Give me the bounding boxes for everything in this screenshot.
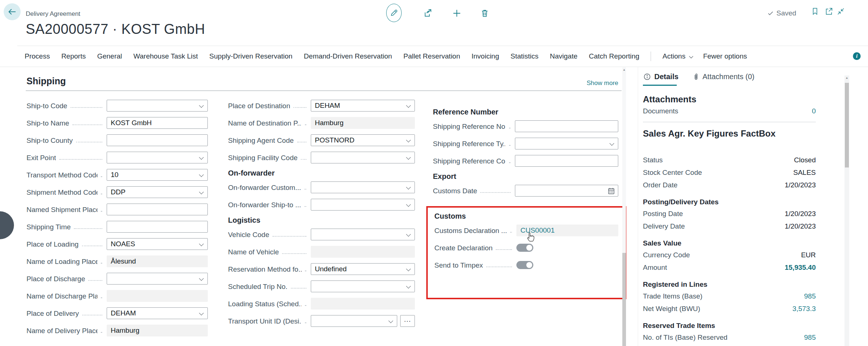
floating-action-circle[interactable]: [0, 211, 14, 239]
shipping-agent-code-combo[interactable]: POSTNORD: [311, 134, 415, 146]
create-declaration-toggle[interactable]: [516, 244, 533, 252]
menu-item-invoicing[interactable]: Invoicing: [472, 52, 499, 60]
shipping-reference-co-input[interactable]: [515, 155, 618, 167]
menu-item-actions[interactable]: Actions: [662, 52, 691, 60]
chevron-down-icon: [406, 284, 411, 289]
edit-button[interactable]: [386, 4, 402, 22]
factbox-value-delivery-date: 1/20/2023: [785, 222, 816, 230]
field-row-place-of-discharge: Place of Discharge: [26, 273, 208, 285]
factbox-row-status: StatusClosed: [643, 154, 816, 166]
field-row-shipping-reference-no: Shipping Reference No.: [433, 120, 618, 132]
ship-to-county-input[interactable]: [107, 134, 208, 146]
sidebar-divider: [643, 122, 816, 122]
place-of-loading-combo[interactable]: NOAES: [107, 238, 208, 250]
calendar-icon[interactable]: [608, 187, 615, 195]
bookmark-button[interactable]: [811, 7, 819, 16]
mouse-cursor-hand: [525, 231, 536, 244]
attachments-heading: Attachments: [643, 94, 816, 105]
tab-details[interactable]: Details: [643, 73, 679, 81]
menu-item-catch-reporting[interactable]: Catch Reporting: [589, 52, 639, 60]
add-button[interactable]: [452, 8, 462, 18]
field-row-place-of-destination: Place of DestinationDEHAM: [228, 100, 415, 112]
field-row-reservation-method-fo: Reservation Method fo...Undefined: [228, 263, 415, 275]
factbox-value-status: Closed: [794, 156, 816, 164]
chevron-down-icon: [406, 155, 411, 160]
sidebar-scrollbar-thumb[interactable]: [845, 83, 849, 167]
sidebar-scrollbar[interactable]: ▲: [844, 75, 849, 346]
menu-item-demand-driven-reservation[interactable]: Demand-Driven Reservation: [304, 52, 392, 60]
vehicle-code-combo[interactable]: [311, 229, 415, 240]
field-label: Shipping Facility Code: [228, 153, 311, 162]
documents-count-link[interactable]: 0: [812, 107, 816, 115]
field-row-transport-method-code: Transport Method Code10: [26, 169, 208, 181]
field-row-loading-status-sched: Loading Status (Sched....: [228, 298, 415, 310]
field-label: Name of Loading Place: [26, 257, 107, 266]
place-of-destination-combo[interactable]: DEHAM: [311, 100, 415, 112]
place-of-discharge-combo[interactable]: [107, 273, 208, 285]
share-button[interactable]: [423, 8, 433, 18]
factbox-value-order-date: 1/20/2023: [785, 181, 816, 189]
scheduled-trip-no-combo[interactable]: [311, 280, 415, 292]
plus-icon: [452, 8, 462, 18]
chevron-down-icon: [689, 54, 693, 58]
chevron-down-icon: [406, 185, 411, 190]
menu-item-reports[interactable]: Reports: [61, 52, 86, 60]
name-of-delivery-place-readonly-field: Hamburg: [107, 325, 208, 336]
open-window-button[interactable]: [825, 7, 833, 16]
scroll-up-arrow[interactable]: ▲: [622, 68, 626, 72]
name-of-destination-p-readonly-field: Hamburg: [311, 117, 415, 129]
loading-status-sched-readonly-field: [311, 298, 415, 310]
shipping-time-input[interactable]: [107, 221, 208, 233]
factbox-value-trade-items-base[interactable]: 985: [804, 292, 816, 300]
factbox-value-net-weight-bwu[interactable]: 3,573.3: [793, 305, 816, 313]
on-forwarder-ship-to-combo[interactable]: [311, 199, 415, 211]
page-caption: Delivery Agreement: [26, 10, 80, 18]
assist-edit-button[interactable]: ...: [400, 315, 415, 327]
shipping-facility-code-combo[interactable]: [311, 152, 415, 163]
menu-item-supply-driven-reservation[interactable]: Supply-Driven Reservation: [209, 52, 292, 60]
tab-attachments[interactable]: Attachments (0): [693, 73, 754, 81]
shipment-method-code-combo[interactable]: DDP: [107, 186, 208, 198]
transport-method-code-combo[interactable]: 10: [107, 169, 208, 181]
open-window-icon: [825, 7, 833, 16]
field-row-vehicle-code: Vehicle Code: [228, 229, 415, 240]
shipping-reference-no-input[interactable]: [515, 120, 618, 132]
collapse-icon: [836, 7, 845, 16]
on-forwarder-custom-combo[interactable]: [311, 181, 415, 193]
field-label: Customs Declaration ...: [434, 226, 516, 235]
menu-item-process[interactable]: Process: [25, 52, 50, 60]
pane-divider: [638, 67, 638, 346]
factbox-row-currency-code: Currency CodeEUR: [643, 249, 816, 261]
customs-date-date-input[interactable]: [515, 185, 618, 197]
exit-point-combo[interactable]: [107, 152, 208, 163]
menu-item-navigate[interactable]: Navigate: [550, 52, 577, 60]
menu-item-warehouse-task-list[interactable]: Warehouse Task List: [134, 52, 198, 60]
shipping-reference-ty-combo[interactable]: [515, 138, 618, 149]
transport-unit-id-desi-combo[interactable]: [311, 315, 397, 327]
pencil-icon: [389, 8, 398, 17]
ship-to-code-combo[interactable]: [107, 100, 208, 112]
menu-item-fewer-options[interactable]: Fewer options: [703, 52, 747, 60]
save-status: Saved: [767, 9, 796, 17]
main-scrollbar[interactable]: ▲: [622, 67, 626, 346]
show-more-link[interactable]: Show more: [587, 80, 618, 87]
ship-to-name-input[interactable]: KOST GmbH: [107, 117, 208, 129]
scroll-up-arrow[interactable]: ▲: [844, 76, 849, 80]
collapse-button[interactable]: [836, 7, 845, 16]
place-of-delivery-combo[interactable]: DEHAM: [107, 307, 208, 319]
info-icon[interactable]: i: [853, 52, 861, 60]
documents-row: Documents 0: [643, 105, 816, 117]
factbox-value-amount[interactable]: 15,935.40: [785, 264, 816, 272]
reservation-method-fo-combo[interactable]: Undefined: [311, 263, 415, 275]
field-label: Transport Method Code: [26, 171, 107, 179]
menu-item-general[interactable]: General: [97, 52, 122, 60]
main-scrollbar-thumb[interactable]: [622, 253, 626, 346]
name-of-loading-place-readonly-field: Ålesund: [107, 255, 208, 267]
named-shipment-place-input[interactable]: [107, 204, 208, 215]
send-to-timpex-toggle[interactable]: [516, 261, 533, 269]
back-button[interactable]: [4, 3, 21, 20]
delete-button[interactable]: [480, 8, 490, 18]
menu-item-statistics[interactable]: Statistics: [511, 52, 538, 60]
menu-item-pallet-reservation[interactable]: Pallet Reservation: [403, 52, 460, 60]
factbox-value-no-of-tis-base-reserved[interactable]: 985: [804, 333, 816, 342]
